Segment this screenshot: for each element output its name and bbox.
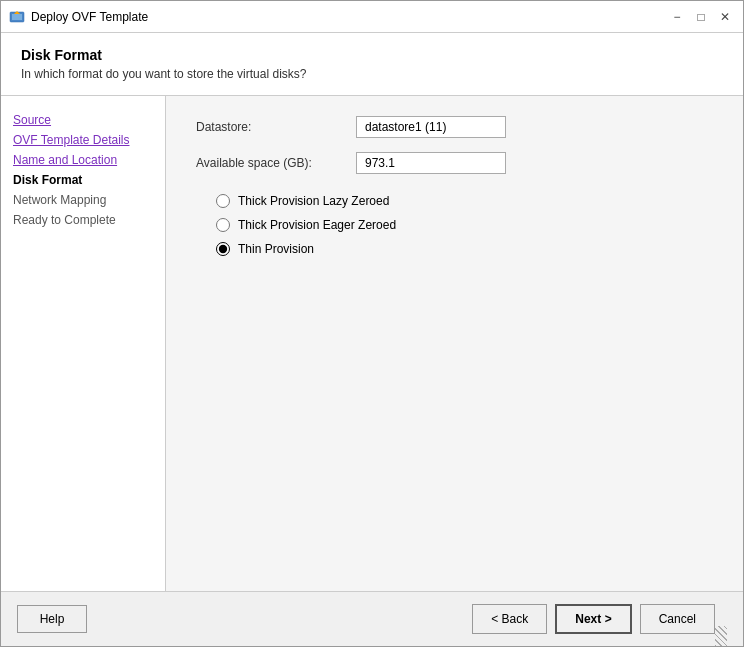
radio-thick-lazy[interactable]: Thick Provision Lazy Zeroed xyxy=(216,194,713,208)
footer: Help < Back Next > Cancel xyxy=(1,591,743,646)
datastore-label: Datastore: xyxy=(196,120,356,134)
radio-thin[interactable]: Thin Provision xyxy=(216,242,713,256)
back-button[interactable]: < Back xyxy=(472,604,547,634)
radio-thin-input[interactable] xyxy=(216,242,230,256)
radio-thick-eager-input[interactable] xyxy=(216,218,230,232)
sidebar-item-disk-format: Disk Format xyxy=(13,170,153,190)
minimize-button[interactable]: − xyxy=(667,7,687,27)
radio-thick-eager-label: Thick Provision Eager Zeroed xyxy=(238,218,396,232)
next-button[interactable]: Next > xyxy=(555,604,631,634)
help-button[interactable]: Help xyxy=(17,605,87,633)
window-icon xyxy=(9,9,25,25)
sidebar-item-network-mapping: Network Mapping xyxy=(13,190,153,210)
available-space-row: Available space (GB): 973.1 xyxy=(196,152,713,174)
footer-right: < Back Next > Cancel xyxy=(472,604,715,634)
radio-thin-label: Thin Provision xyxy=(238,242,314,256)
sidebar-item-name-and-location[interactable]: Name and Location xyxy=(13,150,153,170)
sidebar: Source OVF Template Details Name and Loc… xyxy=(1,96,166,591)
content-area: Source OVF Template Details Name and Loc… xyxy=(1,96,743,591)
datastore-row: Datastore: datastore1 (11) xyxy=(196,116,713,138)
page-subtitle: In which format do you want to store the… xyxy=(21,67,723,81)
radio-thick-eager[interactable]: Thick Provision Eager Zeroed xyxy=(216,218,713,232)
available-space-value: 973.1 xyxy=(356,152,506,174)
sidebar-item-ovf-template-details[interactable]: OVF Template Details xyxy=(13,130,153,150)
footer-left: Help xyxy=(17,605,472,633)
page-title: Disk Format xyxy=(21,47,723,63)
header-section: Disk Format In which format do you want … xyxy=(1,33,743,96)
title-bar: Deploy OVF Template − □ ✕ xyxy=(1,1,743,33)
sidebar-item-source[interactable]: Source xyxy=(13,110,153,130)
available-space-label: Available space (GB): xyxy=(196,156,356,170)
sidebar-item-ready-to-complete: Ready to Complete xyxy=(13,210,153,230)
main-panel: Datastore: datastore1 (11) Available spa… xyxy=(166,96,743,591)
resize-grip xyxy=(715,626,727,646)
close-button[interactable]: ✕ xyxy=(715,7,735,27)
radio-thick-lazy-input[interactable] xyxy=(216,194,230,208)
disk-format-radio-group: Thick Provision Lazy Zeroed Thick Provis… xyxy=(196,194,713,256)
svg-rect-1 xyxy=(12,14,22,20)
radio-thick-lazy-label: Thick Provision Lazy Zeroed xyxy=(238,194,389,208)
window-controls: − □ ✕ xyxy=(667,7,735,27)
main-window: Deploy OVF Template − □ ✕ Disk Format In… xyxy=(0,0,744,647)
datastore-value: datastore1 (11) xyxy=(356,116,506,138)
cancel-button[interactable]: Cancel xyxy=(640,604,715,634)
restore-button[interactable]: □ xyxy=(691,7,711,27)
window-title: Deploy OVF Template xyxy=(31,10,667,24)
